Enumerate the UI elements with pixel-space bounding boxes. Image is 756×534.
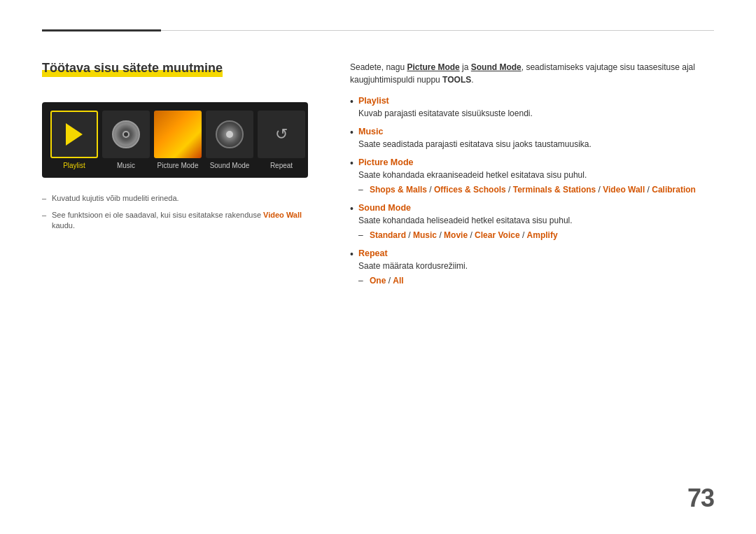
desc-playlist: Kuvab parajasti esitatavate sisuüksuste … (358, 107, 714, 120)
movie-link: Movie (444, 230, 468, 240)
amplify-link: Amplify (527, 230, 558, 240)
intro-mid: ja (460, 62, 471, 72)
one-link: One (370, 276, 386, 286)
desc-music: Saate seadistada parajasti esitatava sis… (358, 138, 714, 150)
sound-mode-sub-item: Standard / Music / Movie / Clear Voice /… (358, 229, 714, 241)
desc-picture-mode: Saate kohandada ekraaniseadeid hetkel es… (358, 169, 714, 181)
player-notes: Kuvatud kujutis võib mudeliti erineda. S… (42, 193, 322, 231)
term-music: Music (358, 127, 714, 136)
list-item-sound-mode: Sound Mode Saate kohandada heliseadeid h… (350, 203, 714, 241)
media-item-soundmode: Sound Mode (206, 111, 253, 169)
sound-mode-sub-list: Standard / Music / Movie / Clear Voice /… (358, 229, 714, 241)
music-icon-box (102, 111, 150, 158)
sound-mode-ref: Sound Mode (471, 62, 522, 72)
page-container: Töötava sisu sätete muutmine Playlist (0, 0, 756, 534)
calibration-link: Calibration (652, 185, 696, 195)
left-column: Töötava sisu sätete muutmine Playlist (42, 59, 322, 294)
feature-list: Playlist Kuvab parajasti esitatavate sis… (350, 96, 714, 287)
music-label: Music (117, 162, 135, 169)
term-playlist: Playlist (358, 96, 714, 106)
picture-mode-sub-list: Shops & Malls / Offices & Schools / Term… (358, 183, 714, 196)
media-item-playlist: Playlist (50, 111, 98, 169)
terminals-stations-link: Terminals & Stations (513, 185, 596, 195)
video-wall-sub-link: Video Wall (603, 185, 645, 195)
standard-link: Standard (370, 230, 406, 240)
list-item-playlist: Playlist Kuvab parajasti esitatavate sis… (350, 96, 714, 120)
video-wall-link: Video Wall (263, 211, 302, 219)
desc-sound-mode: Saate kohandada heliseadeid hetkel esita… (358, 214, 714, 227)
page-number: 73 (687, 484, 714, 513)
disc-icon (112, 120, 140, 148)
disc-center (122, 131, 130, 138)
repeat-label: Repeat (270, 162, 293, 169)
playlist-label: Playlist (63, 162, 85, 169)
tools-ref: TOOLS (442, 75, 471, 85)
desc-repeat: Saate määrata kordusrežiimi. (358, 260, 714, 272)
list-item-repeat: Repeat Saate määrata kordusrežiimi. One … (350, 248, 714, 287)
media-item-picture: Picture Mode (154, 111, 202, 169)
main-content: Töötava sisu sätete muutmine Playlist (42, 59, 714, 294)
playlist-icon-box (50, 111, 98, 158)
top-decorative-lines (42, 29, 714, 31)
clear-voice-link: Clear Voice (475, 230, 519, 240)
repeat-sub-list: One / All (358, 274, 714, 287)
offices-schools-link: Offices & Schools (434, 185, 506, 195)
note-item-1: Kuvatud kujutis võib mudeliti erineda. (42, 193, 322, 204)
top-line-dark (42, 29, 161, 31)
note-2-text-after: kaudu. (52, 221, 75, 230)
term-sound-mode: Sound Mode (358, 203, 714, 213)
sound-center (226, 131, 233, 138)
sep2: / (508, 185, 513, 195)
soundmode-label: Sound Mode (210, 162, 250, 169)
right-column: Seadete, nagu Picture Mode ja Sound Mode… (350, 59, 714, 294)
intro-end: . (471, 75, 473, 85)
picture-mode-sub-item: Shops & Malls / Offices & Schools / Term… (358, 183, 714, 196)
list-item-music: Music Saate seadistada parajasti esitata… (350, 127, 714, 150)
term-picture-mode: Picture Mode (358, 157, 714, 167)
picture-mode-ref: Picture Mode (407, 62, 459, 72)
page-title: Töötava sisu sätete muutmine (42, 59, 223, 77)
repeat-icon-box: ↺ (258, 111, 305, 158)
intro-text: Seadete, nagu Picture Mode ja Sound Mode… (350, 61, 714, 86)
top-line-light (161, 30, 714, 31)
sound-icon (216, 120, 244, 148)
music-sub-link: Music (413, 230, 437, 240)
media-item-repeat: ↺ Repeat (258, 111, 305, 169)
soundmode-icon-box (206, 111, 253, 158)
note-1-text: Kuvatud kujutis võib mudeliti erineda. (52, 194, 179, 202)
picture-icon-box (154, 111, 202, 158)
term-repeat: Repeat (358, 248, 714, 258)
sep-s4: / (522, 230, 527, 240)
repeat-sub-item: One / All (358, 274, 714, 287)
shops-malls-link: Shops & Malls (370, 185, 427, 195)
play-icon (66, 123, 83, 146)
note-2-text-before: See funktsioon ei ole saadaval, kui sisu… (52, 211, 263, 219)
media-item-music: Music (102, 111, 150, 169)
intro-before: Seadete, nagu (350, 62, 407, 72)
repeat-icon: ↺ (275, 125, 288, 143)
all-link: All (393, 276, 403, 286)
note-item-2: See funktsioon ei ole saadaval, kui sisu… (42, 210, 322, 232)
list-item-picture-mode: Picture Mode Saate kohandada ekraanisead… (350, 157, 714, 196)
picture-label: Picture Mode (158, 162, 199, 169)
media-player: Playlist Music (42, 102, 308, 178)
media-items-row: Playlist Music (50, 111, 300, 169)
